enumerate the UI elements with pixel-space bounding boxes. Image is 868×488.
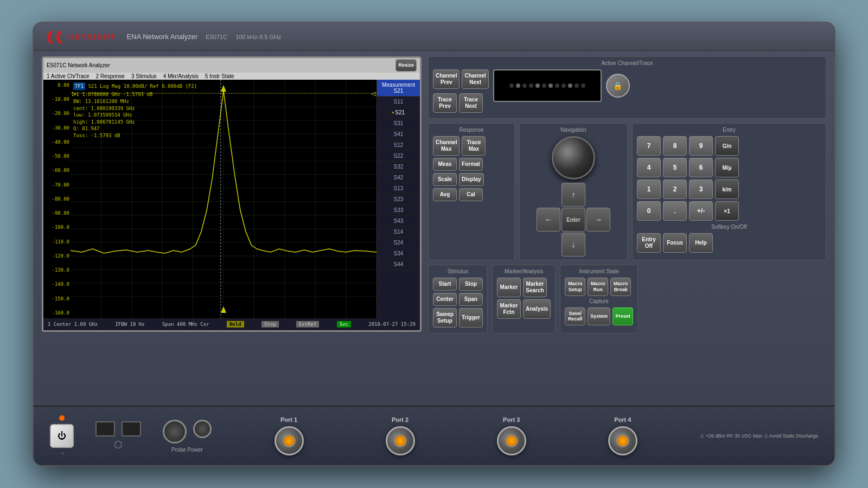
sparam-s23[interactable]: S23	[377, 194, 420, 205]
format-button[interactable]: Format	[459, 158, 483, 171]
brand-logo: ❰❰ KEYSIGHT	[44, 30, 116, 44]
port-3-item: Port 3	[497, 416, 526, 455]
macro-setup-button[interactable]: MacroSetup	[565, 278, 585, 296]
marker-search-button[interactable]: MarkerSearch	[523, 278, 547, 297]
sparam-s14[interactable]: S14	[377, 227, 420, 237]
marker-high: high: 1.086781145 GHz	[73, 119, 135, 125]
response-row-2: Meas Format	[433, 158, 510, 171]
avg-button[interactable]: Avg	[433, 188, 457, 201]
sparam-s34[interactable]: S34	[377, 248, 420, 259]
sparam-s44[interactable]: S44	[377, 259, 420, 270]
y-label-9: -90.00	[52, 210, 69, 216]
entry-off-button[interactable]: EntryOff	[637, 233, 661, 253]
trace-next-button[interactable]: TraceNext	[459, 93, 483, 113]
power-button[interactable]: ⏻	[50, 424, 74, 448]
key-8[interactable]: 8	[663, 136, 687, 156]
sparam-s22[interactable]: S22	[377, 151, 420, 162]
key-km[interactable]: k/m	[715, 179, 739, 199]
scale-button[interactable]: Scale	[433, 173, 457, 186]
status-center-freq: 1 Center 1.09 GHz	[48, 322, 98, 327]
display-button[interactable]: Display	[459, 173, 484, 186]
key-3[interactable]: 3	[689, 179, 713, 199]
channel-next-button[interactable]: ChannelNext	[462, 69, 488, 89]
system-button[interactable]: System	[588, 307, 610, 326]
focus-button[interactable]: Focus	[663, 233, 687, 253]
y-label-6: -60.00	[52, 168, 69, 173]
key-1[interactable]: 1	[637, 179, 661, 199]
power-area: ⏻ ⁻¹	[50, 415, 74, 457]
marker-fctn-button[interactable]: MarkerFctn	[497, 299, 521, 319]
instrument-body: ❰❰ KEYSIGHT ENA Network Analyzer E5071C …	[33, 22, 835, 466]
start-button[interactable]: Start	[433, 278, 457, 291]
key-2[interactable]: 2	[663, 179, 687, 199]
key-dot[interactable]: .	[663, 201, 687, 221]
help-button[interactable]: Help	[689, 233, 713, 253]
arrow-down-button[interactable]: ↓	[561, 233, 585, 256]
dot-7	[548, 84, 553, 88]
sparam-s13[interactable]: S13	[377, 183, 420, 194]
menu-item-2[interactable]: 3 Stimulus	[131, 73, 157, 79]
key-x1[interactable]: ×1	[715, 201, 739, 221]
trigger-button[interactable]: Trigger	[459, 308, 483, 328]
key-7[interactable]: 7	[637, 136, 661, 156]
arrow-left-button[interactable]: ←	[537, 208, 560, 232]
sparam-s21[interactable]: •S21	[377, 107, 420, 118]
sweep-setup-button[interactable]: SweepSetup	[433, 308, 457, 328]
sparam-s41[interactable]: S41	[377, 129, 420, 140]
key-gn[interactable]: G/n	[715, 136, 739, 156]
key-5[interactable]: 5	[663, 158, 687, 177]
marker-row-2: MarkerFctn Analysis	[497, 299, 551, 319]
span-button[interactable]: Span	[459, 293, 483, 306]
channel-max-button[interactable]: ChannelMax	[433, 136, 459, 156]
y-axis-labels: 0.00 -10.00 -20.00 -30.00 -40.00 -50.00 …	[43, 80, 71, 318]
port-1-label: Port 1	[280, 416, 297, 423]
sparam-s42[interactable]: S42	[377, 172, 420, 183]
stimulus-row-1: Start Stop	[433, 278, 483, 291]
macro-run-button[interactable]: MacroRun	[588, 278, 608, 296]
center-button[interactable]: Center	[433, 293, 457, 306]
key-4[interactable]: 4	[637, 158, 661, 177]
stop-button[interactable]: Stop	[459, 278, 483, 291]
sparam-s24[interactable]: S24	[377, 237, 420, 248]
sparam-s12[interactable]: S12	[377, 140, 420, 151]
display-panel	[493, 69, 602, 102]
usb-port-2[interactable]	[122, 421, 141, 436]
bottom-panel: ⏻ ⁻¹ ⬡ Probe Power Port 1	[34, 406, 834, 465]
save-recall-button[interactable]: Save/Recall	[565, 307, 585, 326]
marker-loss: Toss: -1.5793 dB	[73, 133, 120, 138]
preset-button[interactable]: Preset	[612, 307, 633, 326]
port-1-item: Port 1	[275, 416, 304, 455]
menu-item-1[interactable]: 2 Response	[96, 73, 125, 79]
enter-button[interactable]: Enter	[561, 208, 585, 232]
marker-section: Marker/Analysis Marker MarkerSearch Mark…	[492, 265, 556, 333]
numpad: 7 8 9 G/n 4 5 6 M/μ 1 2 3 k/m 0 .	[637, 136, 821, 221]
channel-prev-button[interactable]: ChannelPrev	[433, 69, 459, 89]
sparam-s32[interactable]: S32	[377, 162, 420, 172]
inst-state-section: Instrument State MacroSetup MacroRun Mac…	[560, 265, 638, 333]
sparam-s33[interactable]: S33	[377, 205, 420, 216]
menu-item-0[interactable]: 1 Active Ch/Trace	[47, 73, 90, 79]
key-0[interactable]: 0	[637, 201, 661, 221]
macro-break-button[interactable]: MacroBreak	[610, 278, 631, 296]
key-9[interactable]: 9	[689, 136, 713, 156]
navigation-knob[interactable]	[552, 136, 595, 179]
analysis-button[interactable]: Analysis	[523, 299, 551, 319]
key-6[interactable]: 6	[689, 158, 713, 177]
sparam-s31[interactable]: S31	[377, 118, 420, 129]
sparam-s43[interactable]: S43	[377, 216, 420, 227]
arrow-up-button[interactable]: ↑	[561, 183, 585, 207]
trace-max-button[interactable]: TraceMax	[462, 136, 486, 156]
key-mu[interactable]: M/μ	[715, 158, 739, 177]
menu-item-4[interactable]: 5 Instr State	[205, 73, 234, 79]
trace-prev-button[interactable]: TracePrev	[433, 93, 457, 113]
cal-button[interactable]: Cal	[459, 188, 483, 201]
meas-button[interactable]: Meas	[433, 158, 457, 171]
marker-button[interactable]: Marker	[497, 278, 521, 297]
resize-button[interactable]: Resize	[395, 59, 417, 72]
lock-button[interactable]: 🔒	[606, 74, 630, 98]
key-plusminus[interactable]: +/-	[689, 201, 713, 221]
menu-item-3[interactable]: 4 Mkr/Analysis	[163, 73, 199, 79]
usb-port-1[interactable]	[95, 421, 115, 436]
arrow-right-button[interactable]: →	[586, 208, 610, 232]
sparam-s11[interactable]: S11	[377, 97, 420, 107]
